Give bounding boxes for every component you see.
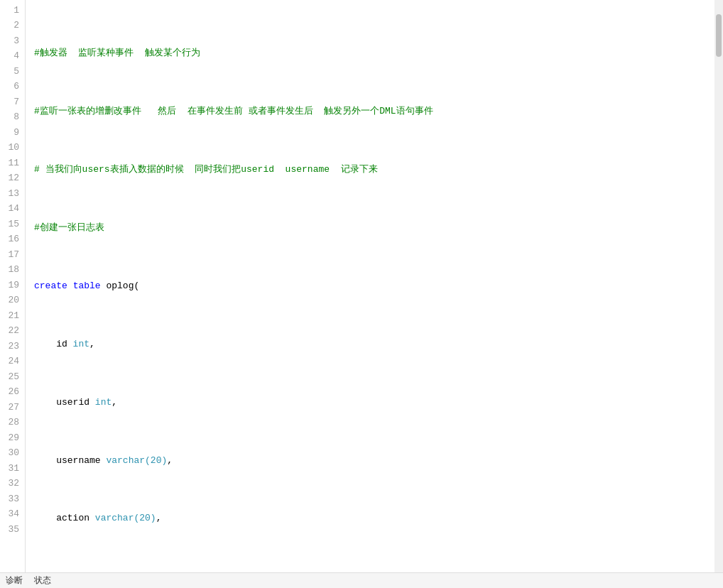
line-1-text: #触发器 监听某种事件 触发某个行为 [34,46,200,60]
code-line-10: optime date, [34,570,714,572]
code-line-5: create table oplog( [34,278,714,294]
line-4-text: #创建一张日志表 [34,221,104,235]
code-line-1: #触发器 监听某种事件 触发某个行为 [34,45,714,61]
code-line-2: #监听一张表的增删改事件 然后 在事件发生前 或者事件发生后 触发另外一个DML… [34,104,714,119]
code-line-3: # 当我们向users表插入数据的时候 同时我们把userid username… [34,162,714,178]
code-line-7: userid int, [34,395,714,410]
line-2-text: #监听一张表的增删改事件 然后 在事件发生前 或者事件发生后 触发另外一个DML… [34,104,433,119]
line-3-text: # 当我们向users表插入数据的时候 同时我们把userid username… [34,163,378,177]
code-line-9: action varchar(20), [34,511,714,527]
status-label-state: 状态 [34,575,51,587]
code-line-8: username varchar(20), [34,453,714,469]
status-bar: 诊断 状态 [0,572,723,588]
scrollbar-thumb[interactable] [716,14,722,57]
code-editor[interactable]: #触发器 监听某种事件 触发某个行为 #监听一张表的增删改事件 然后 在事件发生… [26,0,714,572]
vertical-scrollbar[interactable] [714,0,723,572]
editor-container: 1 2 3 4 5 6 7 8 9 10 11 12 13 14 15 16 1… [0,0,723,588]
code-line-4: #创建一张日志表 [34,220,714,236]
status-label-diagnostics: 诊断 [6,575,23,587]
code-area: 1 2 3 4 5 6 7 8 9 10 11 12 13 14 15 16 1… [0,0,723,572]
code-line-6: id int, [34,337,714,352]
line-numbers: 1 2 3 4 5 6 7 8 9 10 11 12 13 14 15 16 1… [0,0,26,572]
